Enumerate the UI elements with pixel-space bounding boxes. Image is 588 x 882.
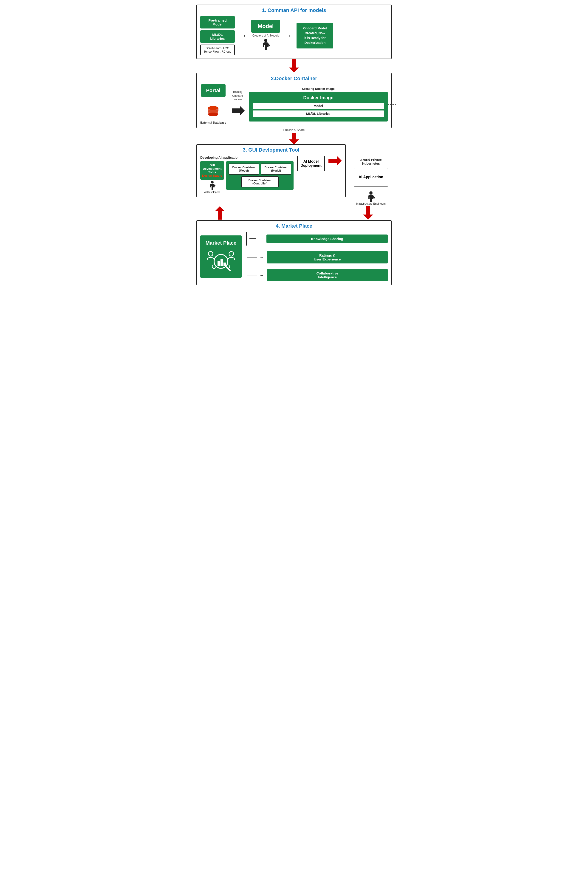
docker-image-box: Docker Image Model ML/DL Libraries (249, 92, 388, 122)
arrow-head-1 (289, 68, 299, 73)
ai-model-deployment-box: AI ModelDeployment (297, 156, 325, 171)
s1-left-panel: Pre-trainedModel ML/DLLibraries Scikit-L… (200, 16, 235, 55)
docker-mldl-inner: ML/DL Libraries (253, 111, 384, 117)
s3-content: Developing AI application GUIDevelopment… (200, 156, 342, 194)
h-line-1 (249, 238, 256, 239)
mldl-libraries-box: ML/DLLibraries (200, 30, 235, 43)
infra-label: Infrastructure Engineers (356, 202, 386, 206)
pretrained-model-box: Pre-trainedModel (200, 16, 235, 28)
right-panel: Azure/ PrivateKubernetes AI Application … (346, 144, 392, 206)
section-1: 1. Comman API for models Pre-trainedMode… (196, 4, 392, 59)
model-box: Model (251, 20, 280, 33)
svg-rect-12 (218, 261, 220, 266)
knowledge-sharing-row: → Knowledge Sharing (246, 232, 388, 246)
s3-dev-area: Developing AI application GUIDevelopment… (200, 156, 294, 194)
h-line-3 (247, 275, 257, 275)
creator-person-icon (262, 39, 270, 51)
section-3-title: 3. GUI Devlopment Tool (200, 147, 342, 153)
s4-content: Market Place (200, 232, 388, 281)
vertical-line-left (246, 232, 247, 246)
containers-top-row: Docker Container(Model) Docker Container… (228, 164, 291, 175)
azure-label: Azure/ PrivateKubernetes (360, 158, 381, 165)
s3-dev-title: Developing AI application (200, 156, 294, 159)
svg-rect-13 (220, 259, 223, 266)
docker-container-model-1: Docker Container(Model) (228, 164, 259, 175)
arrow-1: → (259, 236, 264, 242)
database-icon (206, 105, 220, 119)
design-studio-label: Design Studio (202, 174, 222, 177)
ratings-row: → Ratings &User Experience (246, 251, 388, 264)
publish-label: Publish & Share (283, 128, 304, 132)
creator-label: Creators of AI Models (252, 34, 279, 37)
s3-deployment-area: AI ModelDeployment (297, 156, 325, 171)
s3-main: 3. GUI Devlopment Tool Developing AI app… (196, 144, 346, 206)
ai-developer-person-icon (209, 180, 216, 190)
marketplace-icons (205, 249, 237, 273)
docker-model-inner: Model (253, 103, 384, 109)
svg-point-17 (212, 265, 216, 268)
main-container: 1. Comman API for models Pre-trainedMode… (196, 4, 392, 285)
collab-intelligence-box: CollaborativeIntelligence (267, 269, 388, 281)
down-arrow-right (363, 206, 373, 220)
ai-app-box: AI Application (354, 168, 388, 186)
gui-tools-box: GUIDevelopmentTools Design Studio (200, 161, 224, 180)
containers-group: Docker Container(Model) Docker Container… (226, 161, 294, 190)
arrow-2-to-3: Publish & Share (196, 128, 392, 144)
marketplace-svg-icon (205, 249, 237, 272)
docker-image-title: Docker Image (253, 95, 384, 100)
section-2: 2.Docker Container Portal ↓ (196, 73, 392, 128)
svg-rect-1 (269, 45, 270, 46)
knowledge-sharing-box: Knowledge Sharing (266, 234, 388, 243)
s1-model-center: Model Creators of AI Models (251, 20, 280, 51)
ai-developers-label: AI Developers (204, 190, 220, 194)
svg-rect-14 (224, 262, 226, 266)
infra-person-icon (367, 191, 375, 202)
svg-point-6 (208, 106, 218, 110)
svg-point-10 (208, 252, 213, 256)
creating-docker-label: Creating Docker Image (249, 87, 388, 90)
portal-down-arrow: ↓ (212, 98, 214, 104)
arrow-2: → (260, 255, 264, 260)
s3-dev-inner: GUIDevelopmentTools Design Studio (200, 161, 294, 194)
ratings-box: Ratings &User Experience (267, 251, 388, 264)
svg-rect-9 (374, 197, 375, 198)
arrow-1-to-2 (196, 59, 392, 73)
section-4: 4. Market Place Market Place (196, 220, 392, 285)
dashed-line-right (388, 104, 396, 105)
right-arrow-shaft (328, 159, 337, 163)
s3-layout: 3. GUI Devlopment Tool Developing AI app… (196, 144, 392, 206)
onboard-box: Onboard ModelCreated, Nowit is Ready for… (297, 23, 333, 48)
svg-point-7 (211, 181, 214, 183)
arrow-head-2 (289, 140, 299, 144)
portal-box: Portal (201, 84, 225, 97)
svg-point-8 (369, 191, 372, 195)
dashed-vertical (373, 144, 373, 163)
marketplace-box: Market Place (200, 236, 242, 278)
s2-left-panel: Portal ↓ External Database (200, 84, 226, 124)
section-3: 3. GUI Devlopment Tool Developing AI app… (196, 144, 346, 197)
s2-big-arrow: ➡ (231, 102, 244, 118)
down-arrow-1 (289, 59, 299, 73)
marketplace-label: Market Place (205, 240, 237, 246)
big-right-arrow (328, 156, 342, 166)
up-arrow-left (215, 206, 225, 220)
s3-right-arrow-area (328, 156, 342, 166)
down-arrow-2 (289, 133, 299, 144)
svg-point-4 (208, 112, 218, 116)
arrow-shaft-1 (292, 59, 296, 68)
section-4-title: 4. Market Place (200, 223, 388, 229)
up-arrow-head (215, 206, 225, 212)
s4-connections: → Knowledge Sharing → Ratings &User Expe… (246, 232, 388, 281)
collab-row: → CollaborativeIntelligence (246, 269, 388, 281)
section-1-title: 1. Comman API for models (200, 8, 388, 14)
arrow-shaft-2 (292, 133, 296, 140)
svg-point-11 (229, 252, 234, 256)
h-line-2 (247, 257, 257, 258)
section-2-title: 2.Docker Container (200, 76, 388, 81)
docker-image-area: Creating Docker Image Docker Image Model… (249, 87, 388, 122)
docker-container-model-2: Docker Container(Model) (261, 164, 291, 175)
down-arrow-shaft-3 (366, 206, 370, 214)
s1-arrow-right: → (239, 32, 247, 40)
arrow-3: → (260, 273, 264, 278)
s1-content: Pre-trainedModel ML/DLLibraries Scikit-L… (200, 16, 388, 55)
